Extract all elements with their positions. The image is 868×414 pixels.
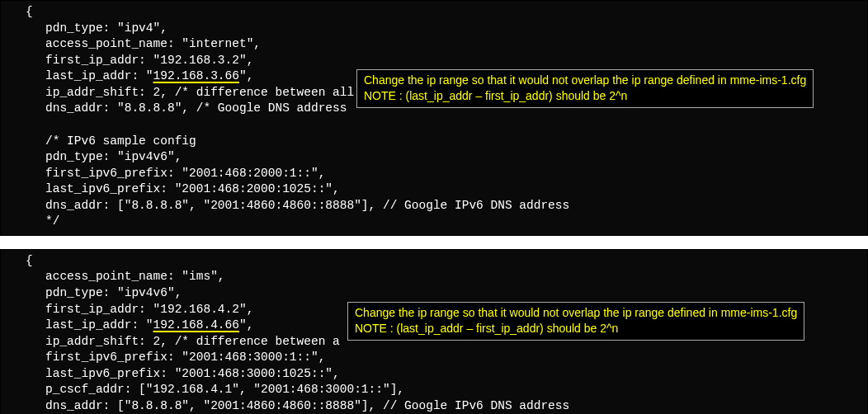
code-line: last_ipv6_prefix: "2001:468:2000:1025::"… — [6, 181, 862, 198]
code-line: */ — [6, 214, 862, 230]
code-line: first_ipv6_prefix: "2001:468:3000:1::", — [6, 350, 862, 366]
code-text: ", — [239, 318, 253, 332]
annotation-callout-top: Change the ip range so that it would not… — [356, 69, 814, 108]
code-line: dns_addr: ["8.8.8.8", "2001:4860:4860::8… — [6, 198, 862, 214]
code-block-bottom: { access_point_name: "ims", pdn_type: "i… — [0, 249, 868, 414]
highlighted-ip: 192.168.4.66 — [153, 318, 239, 332]
code-line: first_ipv6_prefix: "2001:468:2000:1::", — [6, 166, 862, 182]
code-line-blank — [6, 117, 862, 134]
code-line: access_point_name: "internet", — [6, 36, 862, 53]
code-line: p_cscf_addr: ["192.168.4.1", "2001:468:3… — [6, 382, 862, 398]
code-line: first_ip_addr: "192.168.3.2", — [6, 53, 862, 69]
code-line: { — [6, 4, 862, 21]
code-line: access_point_name: "ims", — [6, 269, 862, 285]
code-line: /* IPv6 sample config — [6, 134, 862, 150]
callout-text: NOTE : (last_ip_addr – first_ip_addr) sh… — [364, 88, 806, 104]
code-line: pdn_type: "ipv4", — [6, 21, 862, 37]
code-text: last_ip_addr: " — [45, 318, 153, 332]
code-line: last_ipv6_prefix: "2001:468:3000:1025::"… — [6, 366, 862, 383]
divider-gap — [0, 236, 868, 249]
code-line: { — [6, 253, 862, 270]
code-text: last_ip_addr: " — [45, 69, 153, 82]
code-line: pdn_type: "ipv4v6", — [6, 285, 862, 302]
callout-text: NOTE : (last_ip_addr – first_ip_addr) sh… — [355, 321, 797, 336]
highlighted-ip: 192.168.3.66 — [153, 69, 239, 82]
code-line: dns_addr: ["8.8.8.8", "2001:4860:4860::8… — [6, 398, 862, 414]
callout-text: Change the ip range so that it would not… — [355, 305, 797, 321]
code-text: ", — [239, 69, 253, 82]
code-line: pdn_type: "ipv4v6", — [6, 149, 862, 166]
annotation-callout-bottom: Change the ip range so that it would not… — [347, 302, 804, 341]
callout-text: Change the ip range so that it would not… — [364, 73, 806, 88]
code-block-top: { pdn_type: "ipv4", access_point_name: "… — [0, 0, 868, 236]
